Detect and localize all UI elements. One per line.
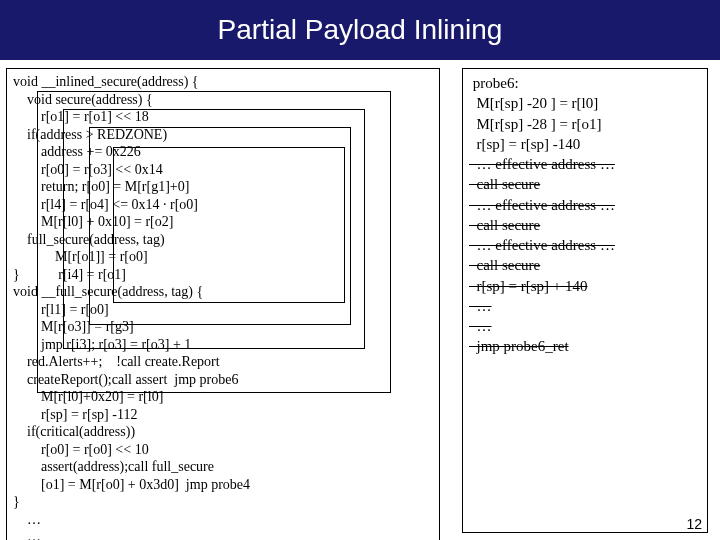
probe-line: probe6: bbox=[469, 73, 701, 93]
overlay-box-4 bbox=[113, 147, 345, 303]
probe-line-struck: … effective address … bbox=[469, 195, 701, 215]
probe-line-struck: … effective address … bbox=[469, 154, 701, 174]
probe-line-struck: … bbox=[469, 316, 701, 336]
probe-line-struck: call secure bbox=[469, 174, 701, 194]
code-line: } bbox=[13, 493, 433, 511]
probe-line: r[sp] = r[sp] -140 bbox=[469, 134, 701, 154]
probe-line-struck: … effective address … bbox=[469, 235, 701, 255]
probe-line-struck: call secure bbox=[469, 215, 701, 235]
left-code-panel: void __inlined_secure(address) { void se… bbox=[6, 68, 440, 540]
slide-title: Partial Payload Inlining bbox=[218, 14, 503, 46]
slide-content: void __inlined_secure(address) { void se… bbox=[0, 60, 720, 540]
code-line: … bbox=[13, 528, 433, 540]
code-line: r[o0] = r[o0] << 10 bbox=[13, 441, 433, 459]
probe-box: probe6: M[r[sp] -20 ] = r[l0] M[r[sp] -2… bbox=[462, 68, 708, 533]
probe-line-struck: jmp probe6_ret bbox=[469, 336, 701, 356]
probe-line: M[r[sp] -28 ] = r[o1] bbox=[469, 114, 701, 134]
probe-line: M[r[sp] -20 ] = r[l0] bbox=[469, 93, 701, 113]
code-line: … bbox=[13, 511, 433, 529]
title-bar: Partial Payload Inlining bbox=[0, 0, 720, 60]
page-number: 12 bbox=[686, 516, 702, 532]
code-line: r[sp] = r[sp] -112 bbox=[13, 406, 433, 424]
code-line: if(critical(address)) bbox=[13, 423, 433, 441]
probe-line-struck: … bbox=[469, 296, 701, 316]
code-line: assert(address);call full_secure bbox=[13, 458, 433, 476]
probe-line-struck: r[sp] = r[sp] + 140 bbox=[469, 276, 701, 296]
code-line: void __inlined_secure(address) { bbox=[13, 73, 433, 91]
code-line: [o1] = M[r[o0] + 0x3d0] jmp probe4 bbox=[13, 476, 433, 494]
probe-line-struck: call secure bbox=[469, 255, 701, 275]
